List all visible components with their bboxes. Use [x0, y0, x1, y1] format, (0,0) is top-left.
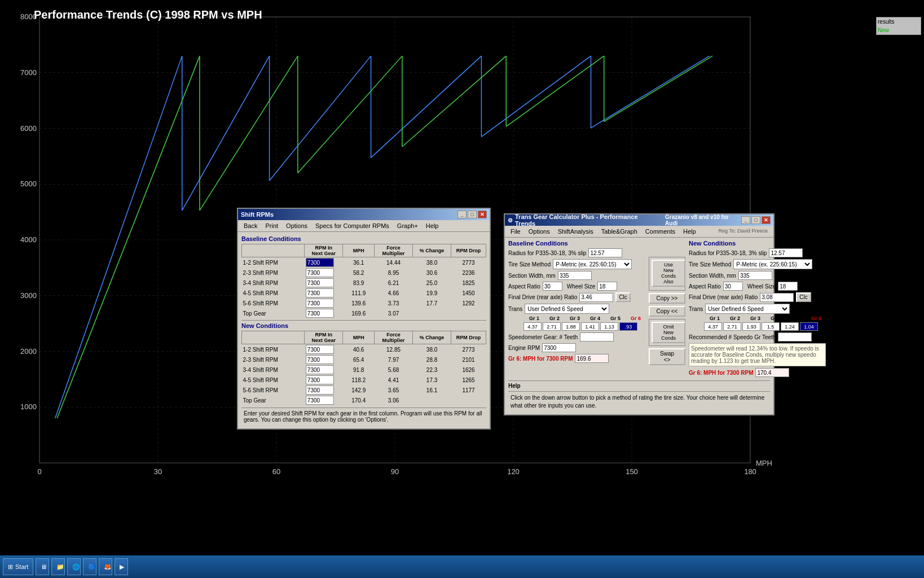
rpm-input-4[interactable] — [306, 299, 334, 308]
radius-input-b[interactable] — [588, 248, 622, 257]
wheel-size-label-n: Wheel Size — [747, 283, 776, 290]
gear1-n[interactable] — [704, 322, 722, 331]
gear6-n[interactable] — [800, 322, 818, 331]
new-drop-val-5 — [451, 395, 486, 405]
swap-btn[interactable]: Swap<> — [649, 348, 685, 365]
help-label: Help — [508, 383, 770, 389]
aspect-ratio-input-b[interactable] — [543, 282, 562, 291]
gear5-n[interactable] — [781, 322, 799, 331]
rpm-input-3[interactable] — [306, 288, 334, 297]
gear4-n[interactable] — [762, 322, 780, 331]
col-header-rpm: RPM InNext Gear — [305, 244, 343, 257]
omit-new-btn[interactable]: OmitNewConds — [652, 322, 685, 343]
section-width-label-n: Section Width, mm — [689, 273, 736, 279]
new-label: New — [878, 27, 919, 33]
menu-help[interactable]: Help — [423, 221, 442, 230]
menu-specs[interactable]: Specs for Computer RPMs — [312, 221, 393, 230]
tgc-menu-file[interactable]: File — [507, 227, 524, 236]
taskbar-btn-6[interactable]: ▶ — [115, 558, 128, 575]
taskbar-icon-2: 📁 — [56, 563, 64, 571]
tgc-titlebar[interactable]: ⚙ Trans Gear Calculator Plus - Performan… — [505, 214, 773, 226]
start-button[interactable]: ⊞ Start — [3, 558, 33, 575]
shift-rpms-titlebar[interactable]: Shift RPMs _ □ ✕ — [238, 209, 490, 220]
tgc-maximize[interactable]: □ — [751, 216, 760, 224]
shift-rpms-close[interactable]: ✕ — [478, 211, 487, 218]
rpm-input-5[interactable] — [306, 309, 334, 318]
gear3-b[interactable] — [562, 322, 580, 331]
new-row: 2-3 Shift RPM 65.4 7.97 28.8 2101 — [242, 354, 486, 365]
pct-val-0: 38.0 — [413, 257, 451, 268]
tgc-menu-shiftanalysis[interactable]: ShiftAnalysis — [555, 227, 597, 236]
trans-select-b[interactable]: User Defined 6 Speed — [525, 304, 609, 314]
menu-back[interactable]: Back — [240, 221, 261, 230]
section-width-input-b[interactable] — [558, 271, 592, 280]
menu-options[interactable]: Options — [283, 221, 311, 230]
tire-method-select-n[interactable]: P-Metric (ex. 225:60:15) — [733, 259, 812, 269]
new-table: RPM InNext Gear MPH ForceMultiplier % Ch… — [241, 331, 486, 405]
gr6-mph-input-b[interactable] — [575, 354, 609, 363]
use-new-btn[interactable]: UseNewCondsAlso — [652, 260, 685, 287]
gear3-n[interactable] — [742, 322, 760, 331]
tgc-baseline-col: Baseline Conditions Radius for P335-30-1… — [508, 240, 645, 378]
final-drive-input-b[interactable] — [579, 293, 613, 302]
radius-label-n: Radius for P335-30-18, 3% slip — [689, 250, 767, 256]
tgc-title2: Grazanio v8 and v10 for Audi — [665, 214, 741, 226]
gear2-n[interactable] — [723, 322, 741, 331]
shift-rpms-minimize[interactable]: _ — [457, 211, 467, 218]
tgc-minimize[interactable]: _ — [741, 216, 750, 224]
rpm-input-1[interactable] — [306, 268, 334, 277]
new-section-title: New Conditions — [241, 322, 486, 329]
new-rpm-input-0[interactable] — [306, 345, 334, 354]
copy-right-btn[interactable]: Copy >> — [649, 293, 685, 304]
wheel-size-input-n[interactable] — [778, 282, 798, 291]
menu-print[interactable]: Print — [262, 221, 281, 230]
tire-method-select-b[interactable]: P-Metric (ex. 225:60:15) — [553, 259, 632, 269]
rpm-input-0[interactable] — [306, 258, 334, 267]
recommended-input-n[interactable] — [778, 332, 812, 341]
gr6-mph-input-n[interactable] — [755, 368, 789, 377]
tgc-menu-help[interactable]: Help — [680, 227, 699, 236]
clc-btn-n[interactable]: Clc — [796, 292, 811, 302]
final-drive-input-n[interactable] — [760, 293, 794, 302]
radius-input-n[interactable] — [769, 248, 803, 257]
taskbar-btn-2[interactable]: 📁 — [51, 558, 65, 575]
copy-left-btn[interactable]: Copy << — [649, 306, 685, 317]
new-rpm-input-1[interactable] — [306, 355, 334, 364]
new-rpm-input-5[interactable] — [306, 396, 334, 405]
speedo-input-b[interactable] — [580, 332, 614, 341]
tgc-menu-tablegraph[interactable]: Table&Graph — [598, 227, 641, 236]
tgc-menu-options[interactable]: Options — [525, 227, 553, 236]
shift-rpms-maximize[interactable]: □ — [468, 211, 477, 218]
gear5-b[interactable] — [600, 322, 618, 331]
section-width-input-n[interactable] — [738, 271, 772, 280]
menu-graph[interactable]: Graph+ — [394, 221, 421, 230]
pct-val-4: 17.7 — [413, 298, 451, 308]
taskbar-btn-3[interactable]: 🌐 — [67, 558, 81, 575]
taskbar-btn-1[interactable]: 🖥 — [36, 558, 49, 575]
engine-rpm-input-b[interactable] — [542, 343, 576, 352]
shift-rpms-titlebar-buttons: _ □ ✕ — [457, 211, 487, 218]
gear1-b[interactable] — [523, 322, 542, 331]
clc-btn-b[interactable]: Clc — [615, 292, 630, 302]
new-rpm-input-3[interactable] — [306, 375, 334, 384]
wheel-size-input-b[interactable] — [597, 282, 617, 291]
taskbar-icon-5: 🦊 — [104, 563, 112, 571]
trans-select-n[interactable]: User Defined 6 Speed — [705, 304, 790, 314]
rpm-input-2[interactable] — [306, 278, 334, 287]
force-val-1: 8.95 — [375, 268, 413, 278]
taskbar-btn-4[interactable]: 🔵 — [83, 558, 96, 575]
wheel-size-label-b: Wheel Size — [567, 283, 596, 290]
gear4-b[interactable] — [581, 322, 599, 331]
tgc-close[interactable]: ✕ — [762, 216, 771, 224]
tgc-menu-comments[interactable]: Comments — [642, 227, 679, 236]
mph-val-3: 111.9 — [343, 288, 375, 298]
new-rpm-input-2[interactable] — [306, 365, 334, 374]
new-mph-val-2: 91.8 — [343, 365, 375, 375]
gear6-b[interactable] — [619, 322, 637, 331]
taskbar-btn-5[interactable]: 🦊 — [99, 558, 112, 575]
gear2-b[interactable] — [543, 322, 561, 331]
new-rpm-input-4[interactable] — [306, 386, 334, 395]
new-force-val-2: 5.68 — [375, 365, 413, 375]
new-mph-val-5: 170.4 — [343, 395, 375, 405]
aspect-ratio-input-n[interactable] — [723, 282, 743, 291]
